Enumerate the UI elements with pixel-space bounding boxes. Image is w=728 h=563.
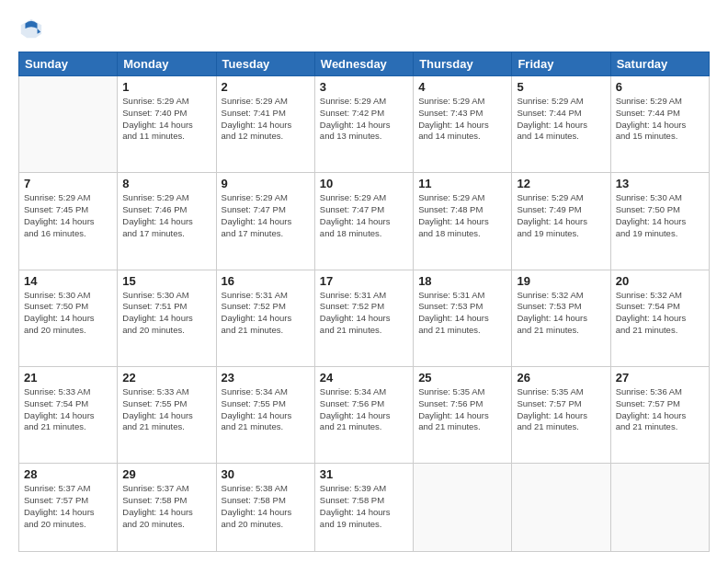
calendar-cell: 30Sunrise: 5:38 AM Sunset: 7:58 PM Dayli… (216, 464, 314, 552)
day-info: Sunrise: 5:29 AM Sunset: 7:41 PM Dayligh… (222, 96, 310, 143)
calendar-cell: 17Sunrise: 5:31 AM Sunset: 7:52 PM Dayli… (314, 270, 413, 366)
day-info: Sunrise: 5:29 AM Sunset: 7:48 PM Dayligh… (418, 192, 506, 239)
day-info: Sunrise: 5:34 AM Sunset: 7:55 PM Dayligh… (222, 386, 310, 433)
day-number: 19 (517, 274, 605, 288)
calendar-cell: 1Sunrise: 5:29 AM Sunset: 7:40 PM Daylig… (118, 76, 216, 173)
calendar-week-2: 7Sunrise: 5:29 AM Sunset: 7:45 PM Daylig… (19, 173, 710, 270)
day-info: Sunrise: 5:36 AM Sunset: 7:57 PM Dayligh… (616, 386, 704, 433)
calendar-header-monday: Monday (118, 52, 216, 76)
header (18, 17, 710, 42)
calendar-week-4: 21Sunrise: 5:33 AM Sunset: 7:54 PM Dayli… (19, 366, 710, 463)
day-number: 26 (517, 371, 605, 385)
day-number: 8 (122, 177, 210, 190)
day-info: Sunrise: 5:31 AM Sunset: 7:53 PM Dayligh… (418, 290, 506, 337)
calendar-header-friday: Friday (512, 52, 610, 76)
day-info: Sunrise: 5:29 AM Sunset: 7:47 PM Dayligh… (320, 192, 408, 239)
calendar-cell: 3Sunrise: 5:29 AM Sunset: 7:42 PM Daylig… (314, 76, 413, 173)
day-info: Sunrise: 5:32 AM Sunset: 7:54 PM Dayligh… (616, 290, 704, 337)
calendar-cell: 7Sunrise: 5:29 AM Sunset: 7:45 PM Daylig… (19, 173, 118, 270)
calendar-cell: 12Sunrise: 5:29 AM Sunset: 7:49 PM Dayli… (512, 173, 610, 270)
calendar-cell: 19Sunrise: 5:32 AM Sunset: 7:53 PM Dayli… (512, 270, 610, 366)
calendar-cell: 25Sunrise: 5:35 AM Sunset: 7:56 PM Dayli… (414, 366, 512, 463)
day-number: 28 (24, 467, 112, 481)
calendar-header-sunday: Sunday (19, 52, 118, 76)
day-number: 31 (320, 467, 408, 481)
day-info: Sunrise: 5:29 AM Sunset: 7:42 PM Dayligh… (320, 96, 408, 143)
calendar-cell (610, 464, 709, 552)
calendar-cell: 16Sunrise: 5:31 AM Sunset: 7:52 PM Dayli… (216, 270, 314, 366)
calendar-cell: 9Sunrise: 5:29 AM Sunset: 7:47 PM Daylig… (216, 173, 314, 270)
calendar-cell (19, 76, 118, 173)
calendar-cell: 11Sunrise: 5:29 AM Sunset: 7:48 PM Dayli… (414, 173, 512, 270)
calendar-cell: 18Sunrise: 5:31 AM Sunset: 7:53 PM Dayli… (414, 270, 512, 366)
page: SundayMondayTuesdayWednesdayThursdayFrid… (0, 0, 728, 563)
calendar-header-row: SundayMondayTuesdayWednesdayThursdayFrid… (19, 52, 710, 76)
calendar-cell: 10Sunrise: 5:29 AM Sunset: 7:47 PM Dayli… (314, 173, 413, 270)
day-number: 29 (122, 467, 210, 481)
calendar-cell: 5Sunrise: 5:29 AM Sunset: 7:44 PM Daylig… (512, 76, 610, 173)
calendar-week-5: 28Sunrise: 5:37 AM Sunset: 7:57 PM Dayli… (19, 464, 710, 552)
day-number: 14 (24, 274, 112, 288)
day-info: Sunrise: 5:32 AM Sunset: 7:53 PM Dayligh… (517, 290, 605, 337)
calendar-cell: 22Sunrise: 5:33 AM Sunset: 7:55 PM Dayli… (118, 366, 216, 463)
day-info: Sunrise: 5:29 AM Sunset: 7:43 PM Dayligh… (418, 96, 506, 143)
day-info: Sunrise: 5:34 AM Sunset: 7:56 PM Dayligh… (320, 386, 408, 433)
day-number: 23 (222, 371, 310, 385)
day-info: Sunrise: 5:35 AM Sunset: 7:56 PM Dayligh… (418, 386, 506, 433)
day-number: 22 (122, 371, 210, 385)
day-info: Sunrise: 5:37 AM Sunset: 7:58 PM Dayligh… (122, 483, 210, 530)
calendar-cell: 14Sunrise: 5:30 AM Sunset: 7:50 PM Dayli… (19, 270, 118, 366)
day-info: Sunrise: 5:30 AM Sunset: 7:51 PM Dayligh… (122, 290, 210, 337)
calendar-cell: 21Sunrise: 5:33 AM Sunset: 7:54 PM Dayli… (19, 366, 118, 463)
calendar-cell: 24Sunrise: 5:34 AM Sunset: 7:56 PM Dayli… (314, 366, 413, 463)
logo (18, 17, 48, 42)
day-info: Sunrise: 5:38 AM Sunset: 7:58 PM Dayligh… (222, 483, 310, 530)
day-info: Sunrise: 5:33 AM Sunset: 7:54 PM Dayligh… (24, 386, 112, 433)
calendar-cell: 15Sunrise: 5:30 AM Sunset: 7:51 PM Dayli… (118, 270, 216, 366)
day-number: 12 (517, 177, 605, 190)
day-number: 27 (616, 371, 704, 385)
day-info: Sunrise: 5:29 AM Sunset: 7:44 PM Dayligh… (616, 96, 704, 143)
calendar-cell: 8Sunrise: 5:29 AM Sunset: 7:46 PM Daylig… (118, 173, 216, 270)
calendar-cell: 4Sunrise: 5:29 AM Sunset: 7:43 PM Daylig… (414, 76, 512, 173)
calendar-table: SundayMondayTuesdayWednesdayThursdayFrid… (18, 52, 710, 552)
calendar-cell (512, 464, 610, 552)
calendar-cell: 20Sunrise: 5:32 AM Sunset: 7:54 PM Dayli… (610, 270, 709, 366)
day-number: 17 (320, 274, 408, 288)
day-info: Sunrise: 5:31 AM Sunset: 7:52 PM Dayligh… (222, 290, 310, 337)
day-info: Sunrise: 5:29 AM Sunset: 7:47 PM Dayligh… (222, 192, 310, 239)
calendar-week-1: 1Sunrise: 5:29 AM Sunset: 7:40 PM Daylig… (19, 76, 710, 173)
day-info: Sunrise: 5:30 AM Sunset: 7:50 PM Dayligh… (24, 290, 112, 337)
calendar-cell: 2Sunrise: 5:29 AM Sunset: 7:41 PM Daylig… (216, 76, 314, 173)
day-number: 15 (122, 274, 210, 288)
day-number: 24 (320, 371, 408, 385)
calendar-cell: 31Sunrise: 5:39 AM Sunset: 7:58 PM Dayli… (314, 464, 413, 552)
calendar-cell: 23Sunrise: 5:34 AM Sunset: 7:55 PM Dayli… (216, 366, 314, 463)
day-info: Sunrise: 5:37 AM Sunset: 7:57 PM Dayligh… (24, 483, 112, 530)
calendar-header-wednesday: Wednesday (314, 52, 413, 76)
day-number: 20 (616, 274, 704, 288)
calendar-cell: 29Sunrise: 5:37 AM Sunset: 7:58 PM Dayli… (118, 464, 216, 552)
day-number: 21 (24, 371, 112, 385)
calendar-cell: 13Sunrise: 5:30 AM Sunset: 7:50 PM Dayli… (610, 173, 709, 270)
day-number: 10 (320, 177, 408, 190)
day-info: Sunrise: 5:29 AM Sunset: 7:45 PM Dayligh… (24, 192, 112, 239)
day-number: 6 (616, 80, 704, 94)
day-number: 25 (418, 371, 506, 385)
day-number: 13 (616, 177, 704, 190)
day-number: 18 (418, 274, 506, 288)
calendar-header-saturday: Saturday (610, 52, 709, 76)
day-info: Sunrise: 5:29 AM Sunset: 7:44 PM Dayligh… (517, 96, 605, 143)
day-number: 5 (517, 80, 605, 94)
day-number: 11 (418, 177, 506, 190)
day-info: Sunrise: 5:29 AM Sunset: 7:49 PM Dayligh… (517, 192, 605, 239)
calendar-header-tuesday: Tuesday (216, 52, 314, 76)
day-number: 30 (222, 467, 310, 481)
day-number: 1 (122, 80, 210, 94)
day-number: 2 (222, 80, 310, 94)
logo-icon (18, 17, 44, 42)
calendar-cell: 26Sunrise: 5:35 AM Sunset: 7:57 PM Dayli… (512, 366, 610, 463)
day-number: 3 (320, 80, 408, 94)
day-info: Sunrise: 5:39 AM Sunset: 7:58 PM Dayligh… (320, 483, 408, 530)
day-info: Sunrise: 5:33 AM Sunset: 7:55 PM Dayligh… (122, 386, 210, 433)
